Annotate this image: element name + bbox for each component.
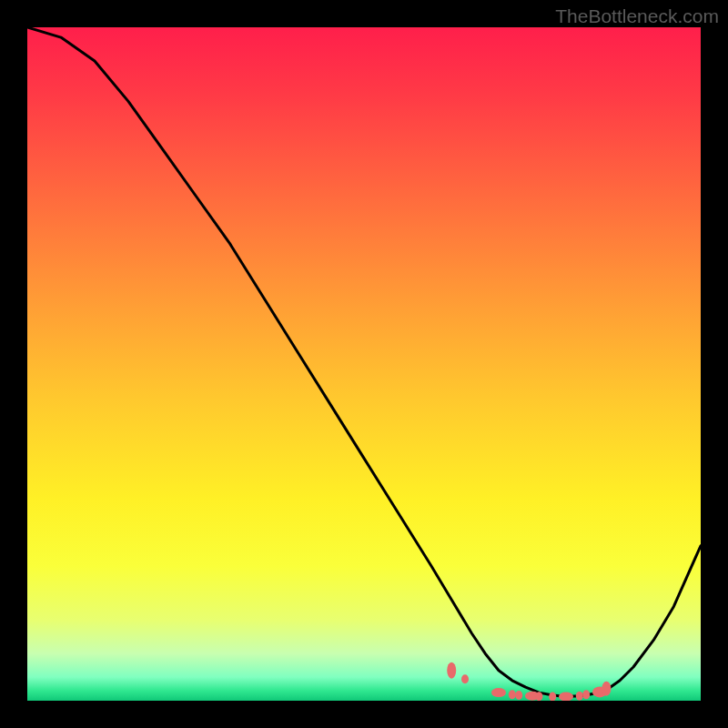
marker-point bbox=[447, 662, 456, 679]
marker-point bbox=[602, 682, 611, 696]
marker-point bbox=[461, 674, 469, 683]
gradient-background bbox=[27, 27, 701, 701]
marker-point bbox=[515, 691, 522, 700]
chart-frame bbox=[27, 27, 701, 701]
marker-point bbox=[576, 692, 583, 701]
marker-point bbox=[535, 692, 542, 701]
marker-point bbox=[509, 690, 516, 699]
watermark-text: TheBottleneck.com bbox=[555, 5, 719, 27]
bottleneck-chart bbox=[27, 27, 701, 701]
marker-point bbox=[491, 688, 506, 697]
marker-point bbox=[582, 690, 590, 699]
